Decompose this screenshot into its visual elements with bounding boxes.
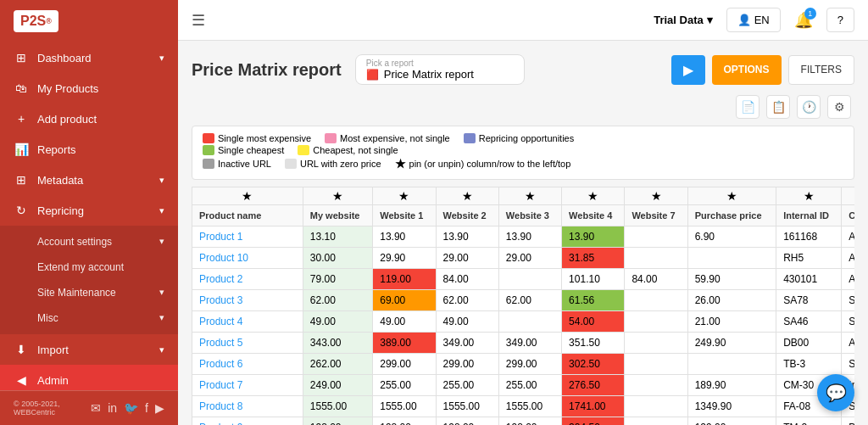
history-icon[interactable]: 🕐 — [797, 95, 821, 119]
product-link-2[interactable]: Product 2 — [199, 273, 242, 285]
cell-w3: 255.00 — [498, 375, 561, 396]
sidebar: P2S® ⊞ Dashboard ▾ 🛍 My Products + Add p… — [0, 0, 178, 425]
filters-button[interactable]: FILTERS — [788, 55, 854, 85]
product-link-3[interactable]: Product 3 — [199, 294, 242, 306]
cell-purchase: 129.00 — [687, 417, 776, 426]
pin-cell-internalid[interactable]: ★ — [776, 187, 842, 205]
cell-w4: 31.85 — [562, 248, 625, 269]
pin-cell-w3[interactable]: ★ — [498, 187, 561, 205]
main-content: ☰ Trial Data ▾ 👤 EN 🔔 1 ? Price Matrix r… — [178, 0, 868, 425]
product-link-8[interactable]: Product 8 — [199, 400, 242, 412]
legend-label-pin: pin (or unpin) column/row to the left/to… — [409, 159, 571, 169]
legend-most-expensive-not-single: Most expensive, not single — [325, 133, 450, 143]
cell-w4: 1741.00 — [562, 396, 625, 417]
legend-label-repricing: Repricing opportunities — [479, 133, 575, 143]
cell-internal-id: 430101 — [776, 269, 842, 290]
sidebar-item-site-maintenance[interactable]: Site Maintenance ▾ — [0, 280, 178, 305]
play-button[interactable]: ▶ — [671, 55, 705, 85]
cell-internal-id: DB00 — [776, 333, 842, 354]
pin-cell-w1[interactable]: ★ — [373, 187, 436, 205]
product-link-5[interactable]: Product 5 — [199, 337, 242, 349]
product-link-1[interactable]: Product 10 — [199, 252, 248, 264]
price-matrix-table-wrapper[interactable]: ★ ★ ★ ★ ★ ★ ★ ★ ★ ★ Product name My webs… — [192, 187, 854, 425]
pin-cell-mywebsite[interactable]: ★ — [303, 187, 372, 205]
cell-w2: 198.00 — [436, 417, 498, 426]
pin-star-icon: ★ — [395, 157, 406, 171]
export-icon[interactable]: 📄 — [736, 95, 760, 119]
product-link-4[interactable]: Product 4 — [199, 316, 242, 327]
sidebar-item-my-products[interactable]: 🛍 My Products — [0, 73, 178, 103]
sidebar-item-misc[interactable]: Misc ▾ — [0, 305, 178, 331]
copy-icon[interactable]: 📋 — [766, 95, 790, 119]
report-picker[interactable]: Pick a report 🟥 Price Matrix report — [355, 54, 525, 85]
sidebar-label-site-maintenance: Site Maintenance — [37, 287, 116, 299]
notification-count: 1 — [804, 8, 816, 20]
settings-icon[interactable]: ⚙ — [827, 95, 851, 119]
options-button[interactable]: OPTIONS — [712, 55, 782, 85]
product-link-0[interactable]: Product 1 — [199, 231, 242, 243]
pin-cell-w7[interactable]: ★ — [625, 187, 687, 205]
product-link-9[interactable]: Product 9 — [199, 422, 242, 425]
repricing-submenu: Account settings ▾ Extend my account Sit… — [0, 226, 178, 334]
cell-product: Product 10 — [192, 248, 303, 269]
metadata-icon: ⊞ — [14, 173, 29, 187]
legend-label-cheapest-not-single: Cheapest, not single — [313, 145, 398, 155]
cell-internal-id: SA78 — [776, 290, 842, 311]
cell-category: Arrange... — [842, 333, 854, 354]
table-row: Product 8 1555.00 1555.00 1555.00 1555.0… — [192, 396, 855, 417]
sidebar-item-import[interactable]: ⬇ Import ▾ — [0, 334, 178, 365]
table-row: Product 7 249.00 255.00 255.00 255.00 27… — [192, 375, 855, 396]
cell-w3: 349.00 — [498, 333, 561, 354]
cell-w2: 255.00 — [436, 375, 498, 396]
sidebar-item-extend-account[interactable]: Extend my account — [0, 254, 178, 280]
sidebar-item-reports[interactable]: 📊 Reports — [0, 134, 178, 165]
product-link-7[interactable]: Product 7 — [199, 379, 242, 391]
table-row: Product 5 343.00 389.00 349.00 349.00 35… — [192, 333, 855, 354]
pin-cell-purchase[interactable]: ★ — [687, 187, 776, 205]
pin-cell-w4[interactable]: ★ — [562, 187, 625, 205]
help-button[interactable]: ? — [826, 8, 854, 32]
dropdown-arrow-icon: ▾ — [707, 14, 713, 26]
cell-mywebsite: 49.00 — [303, 311, 372, 333]
sidebar-item-account-settings[interactable]: Account settings ▾ — [0, 229, 178, 254]
cell-w7 — [625, 290, 687, 311]
cell-mywebsite: 249.00 — [303, 375, 372, 396]
language-selector[interactable]: 👤 EN — [726, 8, 781, 32]
chat-button[interactable]: 💬 — [817, 374, 854, 411]
pin-cell-w2[interactable]: ★ — [436, 187, 498, 205]
linkedin-icon[interactable]: in — [108, 401, 117, 415]
sidebar-item-admin[interactable]: ◀ Admin — [0, 365, 178, 390]
cell-product: Product 7 — [192, 375, 303, 396]
cell-w4: 13.90 — [562, 226, 625, 248]
sidebar-item-add-product[interactable]: + Add product — [0, 103, 178, 134]
cell-w4: 61.56 — [562, 290, 625, 311]
notification-bell[interactable]: 🔔 1 — [794, 11, 813, 30]
table-row: Product 6 262.00 299.00 299.00 299.00 30… — [192, 354, 855, 375]
email-icon[interactable]: ✉ — [91, 401, 101, 415]
sidebar-label-import: Import — [37, 344, 69, 356]
cell-purchase: 6.90 — [687, 226, 776, 248]
sidebar-item-metadata[interactable]: ⊞ Metadata ▾ — [0, 165, 178, 195]
cell-purchase: 21.00 — [687, 311, 776, 333]
sidebar-item-repricing[interactable]: ↻ Repricing ▾ — [0, 195, 178, 226]
cell-category: Synthe... — [842, 354, 854, 375]
sidebar-label-my-products: My Products — [37, 82, 98, 95]
footer-copyright: © 2005-2021, WEBCentric — [14, 400, 81, 417]
chevron-down-icon-metadata: ▾ — [159, 175, 164, 186]
twitter-icon[interactable]: 🐦 — [124, 401, 138, 415]
sidebar-item-dashboard[interactable]: ⊞ Dashboard ▾ — [0, 42, 178, 73]
table-row: Product 1 13.10 13.90 13.90 13.90 13.90 … — [192, 226, 855, 248]
product-link-6[interactable]: Product 6 — [199, 358, 242, 370]
pin-cell-product[interactable]: ★ — [192, 187, 303, 205]
hamburger-menu[interactable]: ☰ — [192, 11, 205, 30]
cell-product: Product 9 — [192, 417, 303, 426]
cell-product: Product 4 — [192, 311, 303, 333]
sidebar-label-admin: Admin — [37, 374, 69, 387]
cell-purchase — [687, 354, 776, 375]
pin-cell-cat[interactable]: ★ — [842, 187, 854, 205]
facebook-icon[interactable]: f — [145, 401, 148, 415]
cell-product: Product 8 — [192, 396, 303, 417]
youtube-icon[interactable]: ▶ — [155, 401, 164, 415]
trial-data-selector[interactable]: Trial Data ▾ — [654, 14, 713, 26]
legend-single-most-expensive: Single most expensive — [203, 133, 311, 143]
